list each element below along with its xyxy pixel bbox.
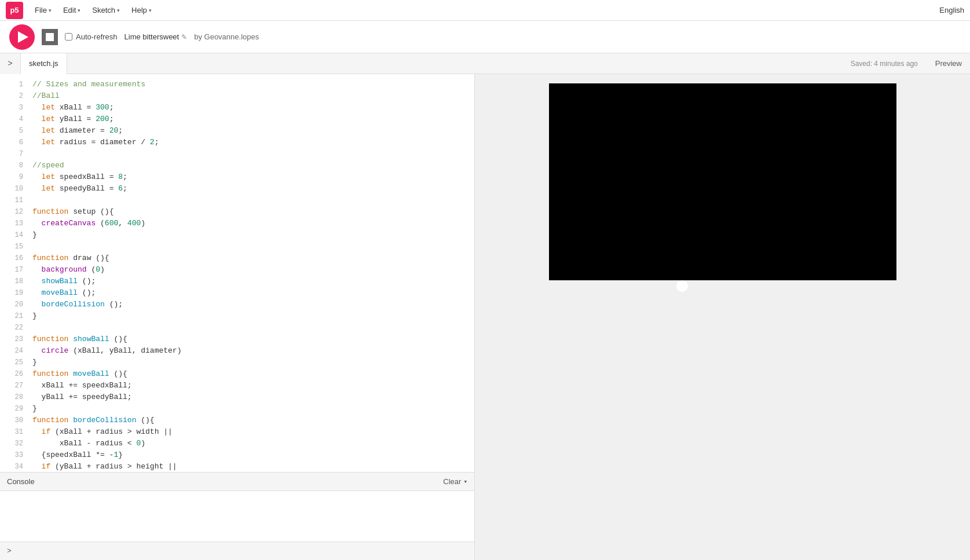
line-content — [32, 195, 470, 206]
line-content: bordeCollision (); — [32, 299, 470, 310]
code-line: 28 yBall += speedyBall; — [0, 391, 474, 403]
toolbar: Auto-refresh Lime bittersweet ✎ by Geova… — [0, 21, 970, 53]
edit-arrow-icon: ▾ — [78, 8, 80, 13]
auto-refresh-label[interactable]: Auto-refresh — [65, 32, 118, 41]
code-line: 5 let diameter = 20; — [0, 125, 474, 137]
line-content: if (xBall + radius > width || — [32, 426, 470, 438]
line-content: function moveBall (){ — [32, 368, 470, 380]
code-line: 8//speed — [0, 160, 474, 171]
line-number: 5 — [5, 125, 23, 137]
line-number: 11 — [5, 195, 23, 206]
line-number: 31 — [5, 426, 23, 438]
ball — [676, 280, 688, 292]
code-line: 2//Ball — [0, 90, 474, 102]
line-number: 22 — [5, 322, 23, 334]
line-content: let speedxBall = 8; — [32, 171, 470, 183]
auto-refresh-checkbox[interactable] — [65, 33, 72, 41]
console-body — [0, 491, 474, 542]
line-number: 17 — [5, 264, 23, 276]
code-line: 17 background (0) — [0, 264, 474, 276]
line-content: circle (xBall, yBall, diameter) — [32, 345, 470, 357]
code-line: 10 let speedyBall = 6; — [0, 183, 474, 195]
line-content: xBall += speedxBall; — [32, 380, 470, 391]
menu-file[interactable]: File ▾ — [30, 3, 56, 17]
line-content: moveBall (); — [32, 287, 470, 299]
code-line: 25} — [0, 357, 474, 368]
edit-pencil-icon[interactable]: ✎ — [181, 33, 187, 41]
line-number: 12 — [5, 206, 23, 218]
code-line: 1// Sizes and measurements — [0, 79, 474, 90]
line-content: function setup (){ — [32, 206, 470, 218]
line-content: } — [32, 357, 470, 368]
play-button[interactable] — [9, 24, 35, 50]
menu-edit[interactable]: Edit ▾ — [58, 3, 85, 17]
line-content: let xBall = 300; — [32, 102, 470, 114]
line-content — [32, 241, 470, 252]
code-line: 30function bordeCollision (){ — [0, 415, 474, 426]
line-number: 16 — [5, 252, 23, 264]
line-content: //speed — [32, 160, 470, 171]
line-content: background (0) — [32, 264, 470, 276]
line-number: 3 — [5, 102, 23, 114]
code-line: 7 — [0, 148, 474, 160]
line-content: // Sizes and measurements — [32, 79, 470, 90]
footer-toggle-icon[interactable]: > — [7, 547, 12, 555]
p5-logo: p5 — [6, 2, 23, 19]
code-line: 32 xBall - radius < 0) — [0, 438, 474, 449]
main-content: 1// Sizes and measurements2//Ball3 let x… — [0, 74, 970, 560]
console-title: Console — [7, 477, 35, 486]
line-number: 25 — [5, 357, 23, 368]
file-tab[interactable]: sketch.js — [21, 53, 67, 74]
line-number: 14 — [5, 229, 23, 241]
menu-help[interactable]: Help ▾ — [127, 3, 156, 17]
stop-button[interactable] — [42, 29, 58, 45]
line-number: 24 — [5, 345, 23, 357]
code-line: 19 moveBall (); — [0, 287, 474, 299]
code-line: 33 {speedxBall *= -1} — [0, 449, 474, 461]
line-content: let speedyBall = 6; — [32, 183, 470, 195]
saved-status: Saved: 4 minutes ago — [851, 60, 927, 68]
line-number: 27 — [5, 380, 23, 391]
line-number: 21 — [5, 310, 23, 322]
line-content: showBall (); — [32, 276, 470, 287]
line-number: 7 — [5, 148, 23, 160]
preview-label: Preview — [927, 59, 970, 68]
line-content: xBall - radius < 0) — [32, 438, 470, 449]
code-line: 18 showBall (); — [0, 276, 474, 287]
code-line: 23function showBall (){ — [0, 334, 474, 345]
code-line: 15 — [0, 241, 474, 252]
preview-panel — [475, 74, 970, 560]
editor-area: > sketch.js Saved: 4 minutes ago Preview… — [0, 53, 970, 560]
code-line: 31 if (xBall + radius > width || — [0, 426, 474, 438]
line-number: 8 — [5, 160, 23, 171]
clear-label: Clear — [443, 477, 461, 486]
line-number: 32 — [5, 438, 23, 449]
clear-button[interactable]: Clear ▾ — [443, 477, 467, 486]
code-line: 12function setup (){ — [0, 206, 474, 218]
line-number: 23 — [5, 334, 23, 345]
line-number: 9 — [5, 171, 23, 183]
line-number: 19 — [5, 287, 23, 299]
code-panel: 1// Sizes and measurements2//Ball3 let x… — [0, 74, 475, 560]
menu-sketch[interactable]: Sketch ▾ — [87, 3, 125, 17]
code-line: 13 createCanvas (600, 400) — [0, 218, 474, 229]
code-editor[interactable]: 1// Sizes and measurements2//Ball3 let x… — [0, 74, 474, 472]
line-number: 33 — [5, 449, 23, 461]
line-number: 15 — [5, 241, 23, 252]
play-icon — [18, 31, 28, 43]
line-content — [32, 148, 470, 160]
sidebar-toggle-button[interactable]: > — [0, 53, 21, 74]
line-content: let yBall = 200; — [32, 114, 470, 125]
code-line: 3 let xBall = 300; — [0, 102, 474, 114]
line-number: 13 — [5, 218, 23, 229]
file-arrow-icon: ▾ — [49, 8, 52, 13]
code-line: 9 let speedxBall = 8; — [0, 171, 474, 183]
language-selector[interactable]: English — [939, 6, 964, 14]
line-content: function showBall (){ — [32, 334, 470, 345]
line-content: createCanvas (600, 400) — [32, 218, 470, 229]
console-header: Console Clear ▾ — [0, 473, 474, 491]
code-line: 26function moveBall (){ — [0, 368, 474, 380]
code-line: 21} — [0, 310, 474, 322]
line-content: yBall += speedyBall; — [32, 391, 470, 403]
line-content: function draw (){ — [32, 252, 470, 264]
